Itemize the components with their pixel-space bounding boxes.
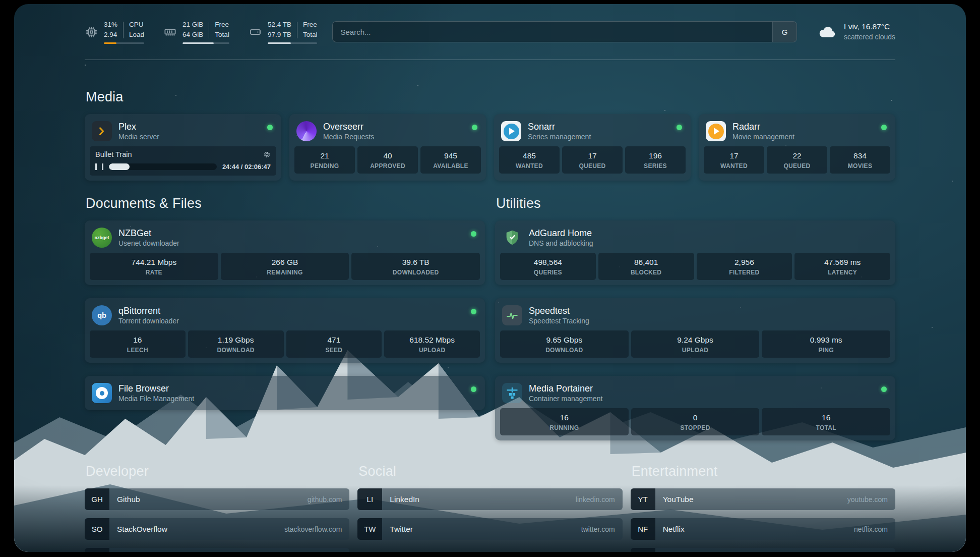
adguard-stat-filtered: 2,956FILTERED: [697, 253, 792, 280]
portainer-stat-total: 16TOTAL: [762, 408, 890, 435]
now-playing-title: Bullet Train: [95, 150, 132, 158]
bookmark-abbr: LI: [357, 488, 382, 510]
status-dot: [471, 231, 476, 237]
adguard-stat-blocked: 86,401BLOCKED: [598, 253, 694, 280]
overseerr-card[interactable]: Overseerr Media Requests 21PENDING 40APP…: [289, 114, 486, 181]
bookmark-youtube[interactable]: YT YouTube youtube.com: [631, 488, 895, 510]
settings-gear-icon[interactable]: [263, 151, 271, 158]
status-dot: [881, 125, 887, 130]
memory-usage-bar: [182, 42, 229, 44]
radarr-stat-movies: 834MOVIES: [830, 146, 890, 174]
bookmark-linkedin[interactable]: LI LinkedIn linkedin.com: [357, 488, 622, 510]
bookmark-name: Netflix: [655, 518, 846, 540]
cpu-usage-bar: [104, 42, 144, 44]
search-bar: G: [332, 21, 797, 42]
bookmark-reddit[interactable]: RE Reddit reddit.com: [631, 548, 895, 552]
topbar: 31%2.94 CPULoad: [85, 17, 895, 46]
bookmark-abbr: DT: [85, 548, 109, 552]
bookmark-netflix[interactable]: NF Netflix netflix.com: [631, 518, 895, 540]
portainer-card[interactable]: Media Portainer Container management 16R…: [495, 376, 895, 440]
bookmark-name: Github: [109, 488, 300, 510]
sonarr-card[interactable]: Sonarr Series management 485WANTED 17QUE…: [494, 114, 691, 181]
qbittorrent-card[interactable]: qb qBittorrent Torrent downloader 16LEEC…: [85, 298, 485, 363]
bookmark-twitter[interactable]: TW Twitter twitter.com: [357, 518, 622, 540]
dashboard-screen: 31%2.94 CPULoad: [14, 4, 966, 552]
resource-widgets: 31%2.94 CPULoad: [85, 20, 317, 43]
section-title-media: Media: [86, 89, 895, 105]
bookmark-url: youtube.com: [840, 488, 895, 510]
service-name: Radarr: [732, 121, 794, 133]
qbittorrent-icon: qb: [92, 305, 112, 325]
status-dot: [677, 125, 682, 130]
sonarr-icon: [501, 121, 521, 141]
bookmark-name: Twitter: [382, 518, 573, 540]
service-name: qBittorrent: [118, 305, 179, 317]
bookmark-abbr: NF: [631, 518, 655, 540]
adguard-card[interactable]: AdGuard Home DNS and adblocking 498,564Q…: [495, 220, 895, 285]
service-name: Media Portainer: [529, 383, 602, 395]
bookmark-url: stackoverflow.com: [277, 518, 349, 540]
playback-progress-bar: [109, 163, 217, 170]
separator: [209, 22, 209, 38]
section-developer: Developer GH Github github.com SO StackO…: [85, 464, 349, 552]
section-entertainment: Entertainment YT YouTube youtube.com NF …: [631, 464, 895, 552]
memory-labels: FreeTotal: [215, 20, 229, 39]
search-provider-button[interactable]: G: [772, 22, 797, 42]
sonarr-stat-queued: 17QUEUED: [562, 146, 623, 174]
topbar-divider: [85, 60, 895, 60]
bookmark-abbr: GH: [85, 488, 109, 510]
bookmark-url: netflix.com: [846, 518, 895, 540]
bookmark-dev[interactable]: DT DEV dev.to: [85, 548, 349, 552]
overseerr-stat-approved: 40APPROVED: [357, 146, 418, 174]
plex-card[interactable]: Plex Media server Bullet Train: [85, 114, 281, 181]
radarr-card[interactable]: Radarr Movie management 17WANTED 22QUEUE…: [699, 114, 895, 181]
service-subtitle: Torrent downloader: [118, 317, 179, 326]
portainer-icon: [502, 383, 522, 403]
memory-widget: 21 GiB64 GiB FreeTotal: [163, 20, 229, 43]
bookmark-url: linkedin.com: [568, 488, 623, 510]
section-social: Social LI LinkedIn linkedin.com TW Twitt…: [357, 464, 622, 552]
service-subtitle: Usenet downloader: [118, 239, 179, 248]
weather-condition: scattered clouds: [844, 32, 895, 42]
bookmark-abbr: TW: [357, 518, 382, 540]
cpu-values: 31%2.94: [104, 20, 117, 39]
nzbget-stat-downloaded: 39.6 TBDOWNLOADED: [351, 253, 480, 280]
disk-icon: [249, 25, 262, 39]
sonarr-stat-series: 196SERIES: [625, 146, 686, 174]
sonarr-stat-wanted: 485WANTED: [499, 146, 560, 174]
adguard-stat-latency: 47.569 msLATENCY: [794, 253, 890, 280]
disk-values: 52.4 TB97.9 TB: [268, 20, 291, 39]
speedtest-stat-download: 9.65 GbpsDOWNLOAD: [500, 330, 629, 358]
pause-icon[interactable]: [95, 163, 103, 170]
service-name: AdGuard Home: [529, 228, 593, 239]
bookmark-name: YouTube: [655, 488, 840, 510]
search-input[interactable]: [333, 22, 772, 42]
filebrowser-icon: [92, 383, 112, 403]
speedtest-card[interactable]: Speedtest Speedtest Tracking 9.65 GbpsDO…: [495, 298, 895, 363]
bookmark-url: twitter.com: [574, 518, 623, 540]
filebrowser-card[interactable]: File Browser Media File Management: [85, 376, 485, 410]
radarr-icon: [706, 121, 726, 141]
nzbget-card[interactable]: nzbget NZBGet Usenet downloader 744.21 M…: [85, 220, 485, 285]
playback-time: 24:44 / 02:06:47: [222, 163, 271, 171]
qbittorrent-stat-seed: 471SEED: [286, 330, 382, 358]
speedtest-icon: [502, 305, 522, 325]
section-documents: Documents & Files nzbget NZBGet Usenet d…: [85, 196, 485, 440]
now-playing-panel: Bullet Train 24:44 / 02:06:47: [90, 146, 276, 176]
bookmark-name: LinkedIn: [382, 488, 568, 510]
bookmark-stackoverflow[interactable]: SO StackOverflow stackoverflow.com: [85, 518, 349, 540]
service-subtitle: DNS and adblocking: [529, 239, 593, 248]
section-title-documents: Documents & Files: [86, 196, 485, 211]
overseerr-icon: [296, 121, 317, 141]
status-dot: [267, 125, 273, 130]
plex-icon: [92, 121, 112, 141]
service-name: File Browser: [118, 383, 194, 395]
disk-widget: 52.4 TB97.9 TB FreeTotal: [249, 20, 318, 43]
bookmark-github[interactable]: GH Github github.com: [85, 488, 349, 510]
section-utilities: Utilities AdGuard Home DNS and: [495, 196, 895, 440]
qbittorrent-stat-download: 1.19 GbpsDOWNLOAD: [188, 330, 284, 358]
portainer-stat-stopped: 0STOPPED: [631, 408, 760, 435]
status-dot: [881, 386, 887, 392]
bookmark-name: StackOverflow: [109, 518, 277, 540]
disk-usage-bar: [268, 42, 318, 44]
